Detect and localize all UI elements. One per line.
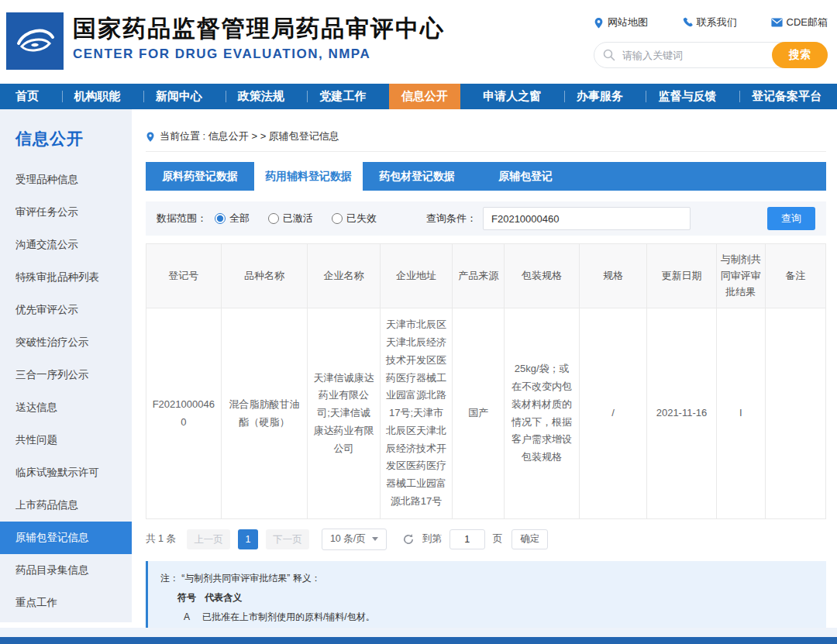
- search-icon: [603, 49, 615, 61]
- col-header-company-name: 企业名称: [308, 244, 380, 308]
- main-content: 当前位置 : 信息公开 > > 原辅包登记信息 原料药登记数据 药用辅料登记数据…: [132, 109, 837, 628]
- table-row: F20210000460 混合脂肪酸甘油酯（硬脂） 天津信诚康达药业有限公司;天…: [146, 308, 826, 518]
- nav-item-news[interactable]: 新闻中心: [143, 84, 215, 109]
- note-legend-header: 符号 代表含义: [160, 588, 814, 608]
- registration-data-table: 登记号 品种名称 企业名称 企业地址 产品来源 包装规格 规格 更新日期 与制剂…: [146, 243, 826, 519]
- header-right: 网站地图 联系我们 CDE邮箱 搜索: [594, 12, 828, 68]
- sidebar-item-key-work[interactable]: 重点工作: [0, 587, 132, 619]
- pre-footer-strip: [0, 628, 837, 637]
- nav-item-info-disclosure[interactable]: 信息公开: [389, 84, 460, 109]
- sidebar-item-accepted-products[interactable]: 受理品种信息: [0, 164, 132, 196]
- tab-excipient-data[interactable]: 药用辅料登记数据: [254, 162, 363, 191]
- footer-bar: [0, 637, 837, 644]
- sidebar-item-special-approval[interactable]: 特殊审批品种列表: [0, 261, 132, 294]
- cell-review-result: I: [716, 308, 765, 518]
- phone-icon: [682, 17, 693, 28]
- page-size-value: 10 条/页: [330, 532, 366, 546]
- col-header-reg-no: 登记号: [146, 244, 222, 308]
- radio-activated[interactable]: [268, 213, 279, 224]
- tab-registration[interactable]: 原辅包登记: [471, 162, 580, 191]
- radio-option-activated[interactable]: 已激活: [268, 212, 313, 226]
- tab-bar: 原料药登记数据 药用辅料登记数据 药包材登记数据 原辅包登记: [146, 162, 826, 191]
- goto-page-input[interactable]: [450, 529, 485, 549]
- cell-update-date: 2021-11-16: [647, 308, 716, 518]
- search-button[interactable]: 搜索: [772, 42, 828, 68]
- nav-item-services[interactable]: 办事服务: [564, 84, 636, 109]
- sitemap-link-label: 网站地图: [608, 15, 648, 29]
- nav-item-party-building[interactable]: 党建工作: [307, 84, 378, 109]
- query-label: 查询条件：: [426, 212, 477, 226]
- page-size-select[interactable]: 10 条/页: [322, 529, 387, 550]
- main-nav: 首页 机构职能 新闻中心 政策法规 党建工作 信息公开 申请人之窗 办事服务 监…: [0, 84, 837, 109]
- confirm-button[interactable]: 确定: [512, 529, 548, 549]
- col-header-package-spec: 包装规格: [505, 244, 580, 308]
- tab-packaging-data[interactable]: 药包材登记数据: [363, 162, 471, 191]
- col-header-review-result: 与制剂共同审评审批结果: [716, 244, 765, 308]
- cell-company-name: 天津信诚康达药业有限公司;天津信诚康达药业有限公司: [308, 308, 380, 518]
- location-pin-icon: [594, 17, 604, 29]
- sidebar-item-common-issues[interactable]: 共性问题: [0, 424, 132, 456]
- refresh-button[interactable]: [402, 533, 415, 546]
- radio-option-expired[interactable]: 已失效: [332, 212, 377, 226]
- cell-product-name: 混合脂肪酸甘油酯（硬脂）: [221, 308, 308, 518]
- col-header-remark: 备注: [765, 244, 825, 308]
- sidebar-item-drug-catalog[interactable]: 药品目录集信息: [0, 554, 132, 587]
- note-symbol-a: A: [171, 608, 202, 627]
- sidebar-item-review-tasks[interactable]: 审评任务公示: [0, 196, 132, 229]
- sitemap-link[interactable]: 网站地图: [594, 15, 648, 29]
- goto-label: 到第: [422, 532, 442, 546]
- nav-item-functions[interactable]: 机构职能: [62, 84, 133, 109]
- nav-item-policy[interactable]: 政策法规: [226, 84, 297, 109]
- radio-option-all[interactable]: 全部: [215, 212, 250, 226]
- sidebar-item-marketed-drugs[interactable]: 上市药品信息: [0, 489, 132, 522]
- sidebar: 信息公开 受理品种信息 审评任务公示 沟通交流公示 特殊审批品种列表 优先审评公…: [0, 109, 132, 622]
- radio-all[interactable]: [215, 213, 226, 224]
- page-number-1[interactable]: 1: [238, 529, 258, 549]
- cde-logo-emblem: [12, 19, 57, 64]
- sidebar-item-three-in-one[interactable]: 三合一序列公示: [0, 359, 132, 391]
- pagination: 共 1 条 上一页 1 下一页 10 条/页 到第 页 确定: [146, 529, 826, 550]
- breadcrumb-text: 当前位置 : 信息公开 > > 原辅包登记信息: [160, 129, 339, 143]
- note-meaning-a: 已批准在上市制剂使用的原料/辅料/包材。: [202, 608, 814, 627]
- query-button[interactable]: 查询: [767, 207, 815, 230]
- cell-remark: [765, 308, 825, 518]
- filter-bar: 数据范围： 全部 已激活 已失效 查询条件： 查询: [146, 201, 826, 236]
- col-header-origin: 产品来源: [453, 244, 505, 308]
- radio-expired[interactable]: [332, 213, 343, 224]
- radio-all-label: 全部: [229, 212, 250, 226]
- search-bar: 搜索: [594, 42, 828, 68]
- breadcrumb: 当前位置 : 信息公开 > > 原辅包登记信息: [146, 129, 826, 152]
- refresh-icon: [402, 533, 415, 546]
- contact-us-link[interactable]: 联系我们: [682, 15, 737, 29]
- cde-mail-link[interactable]: CDE邮箱: [771, 15, 828, 29]
- sidebar-item-breakthrough-therapy[interactable]: 突破性治疗公示: [0, 326, 132, 359]
- nav-item-home[interactable]: 首页: [3, 84, 51, 109]
- site-header: 国家药品监督管理局药品审评中心 CENTER FOR DRUG EVALUATI…: [0, 0, 837, 84]
- col-header-update-date: 更新日期: [647, 244, 716, 308]
- sidebar-item-priority-review[interactable]: 优先审评公示: [0, 294, 132, 326]
- cell-reg-no: F20210000460: [146, 308, 222, 518]
- sidebar-item-raw-excipient-packaging[interactable]: 原辅包登记信息: [0, 522, 132, 554]
- note-title: 注： “与制剂共同审评审批结果” 释义：: [160, 569, 814, 588]
- nav-item-registration-platform[interactable]: 登记备案平台: [739, 84, 834, 109]
- note-symbol-header: 符号: [171, 588, 202, 608]
- nav-item-supervision-feedback[interactable]: 监督与反馈: [646, 84, 728, 109]
- nav-item-applicant-window[interactable]: 申请人之窗: [470, 84, 553, 109]
- contact-us-link-label: 联系我们: [697, 15, 737, 29]
- tab-api-data[interactable]: 原料药登记数据: [146, 162, 254, 191]
- table-header-row: 登记号 品种名称 企业名称 企业地址 产品来源 包装规格 规格 更新日期 与制剂…: [146, 244, 826, 308]
- col-header-spec: 规格: [579, 244, 646, 308]
- site-subtitle: CENTER FOR DRUG EVALUATION, NMPA: [73, 46, 445, 62]
- query-condition-input[interactable]: [483, 207, 691, 230]
- sidebar-item-delivery-info[interactable]: 送达信息: [0, 391, 132, 424]
- chevron-down-icon: [372, 537, 378, 541]
- prev-page-button[interactable]: 上一页: [187, 529, 230, 549]
- col-header-company-address: 企业地址: [380, 244, 452, 308]
- goto-unit: 页: [493, 532, 503, 546]
- next-page-button[interactable]: 下一页: [266, 529, 309, 549]
- site-title: 国家药品监督管理局药品审评中心: [73, 14, 445, 43]
- scope-label: 数据范围：: [157, 212, 207, 226]
- cell-spec: /: [579, 308, 646, 518]
- sidebar-item-clinical-trial-approval[interactable]: 临床试验默示许可: [0, 456, 132, 489]
- sidebar-item-communication[interactable]: 沟通交流公示: [0, 229, 132, 261]
